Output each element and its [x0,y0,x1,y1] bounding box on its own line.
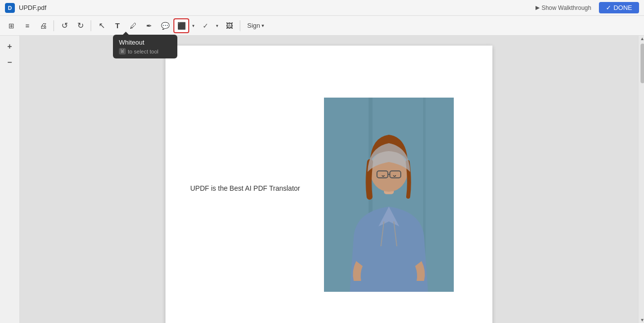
whiteout-tooltip: Whiteout W to select tool [113,35,177,58]
text-button[interactable]: T [110,18,125,33]
separator-1 [54,20,54,31]
separator-3 [240,20,240,31]
check-button[interactable]: ✓ [198,18,213,33]
person-svg [324,98,454,292]
image-button[interactable]: 🖼 [222,18,237,33]
check-icon: ✓ [606,4,611,11]
print-button[interactable]: 🖨 [36,18,51,33]
main-area: + − UPDF is the Best AI PDF Translator [0,36,644,323]
highlight-button[interactable]: 🖊 [126,18,141,33]
grid-icon: ⊞ [8,22,14,30]
redo-icon: ↻ [77,21,84,30]
scroll-down-button[interactable]: ▼ [639,317,644,323]
play-icon: ▶ [536,4,539,11]
undo-button[interactable]: ↺ [57,18,72,33]
zoom-out-button[interactable]: − [3,55,17,69]
whiteout-group: ⬛ ▾ [173,18,197,33]
chevron-down-icon2: ▾ [216,23,218,28]
scroll-up-button[interactable]: ▲ [639,36,644,42]
toolbar: ⊞ ≡ 🖨 ↺ ↻ ↖ T 🖊 ✒ 💬 ⬛ ▾ ✓ ▾ [0,16,644,36]
pdf-image [324,98,454,292]
print-icon: 🖨 [40,21,47,30]
pdf-viewer[interactable]: UPDF is the Best AI PDF Translator [20,36,638,323]
title-bar-actions: ▶ Show Walkthrough ✓ DONE [532,2,639,13]
check-mark-icon: ✓ [203,22,209,30]
scrollbar-thumb[interactable] [641,44,644,83]
zoom-in-button[interactable]: + [3,40,17,54]
pdf-page: UPDF is the Best AI PDF Translator [165,46,492,323]
redo-button[interactable]: ↻ [73,18,88,33]
left-sidebar: + − [0,36,20,323]
file-name: UPDF.pdf [19,4,47,11]
check-group: ✓ ▾ [198,18,221,33]
separator-2 [91,20,91,31]
tooltip-title: Whiteout [119,39,171,46]
show-walkthrough-button[interactable]: ▶ Show Walkthrough [532,3,595,13]
shortcut-description: to select tool [128,49,159,54]
text-icon: T [115,21,119,30]
whiteout-dropdown-button[interactable]: ▾ [189,18,197,33]
title-bar: D UPDF.pdf ▶ Show Walkthrough ✓ DONE [0,0,644,16]
sign-button[interactable]: Sign ▾ [243,20,268,31]
comment-button[interactable]: 💬 [158,18,172,33]
list-icon: ≡ [25,22,29,30]
app-logo: D [5,3,15,13]
pen-icon: ✒ [146,22,152,30]
whiteout-button[interactable]: ⬛ [173,18,189,33]
comment-icon: 💬 [161,22,169,30]
chevron-down-icon: ▾ [192,23,195,28]
pdf-body-text: UPDF is the Best AI PDF Translator [190,184,300,192]
tooltip-shortcut: W to select tool [119,48,171,54]
highlight-icon: 🖊 [130,22,137,30]
check-dropdown-button[interactable]: ▾ [213,18,221,33]
whiteout-icon: ⬛ [177,22,186,30]
select-button[interactable]: ↖ [94,18,109,33]
scrollbar[interactable]: ▲ ▼ [638,36,644,323]
cursor-icon: ↖ [99,21,105,30]
list-view-button[interactable]: ≡ [20,18,35,33]
shortcut-key: W [119,48,126,54]
image-icon: 🖼 [226,22,233,30]
grid-view-button[interactable]: ⊞ [4,18,19,33]
sign-chevron-icon: ▾ [262,23,264,28]
zoom-in-icon: + [7,42,12,51]
done-button[interactable]: ✓ DONE [599,2,639,13]
pen-button[interactable]: ✒ [142,18,157,33]
zoom-out-icon: − [7,58,12,67]
undo-icon: ↺ [61,21,68,30]
